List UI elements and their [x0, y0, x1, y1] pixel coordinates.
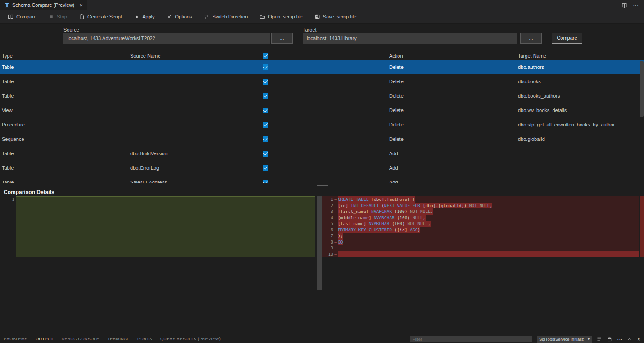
- column-header-target-name[interactable]: Target Name: [516, 53, 644, 59]
- cell-target-name: dbo.vw_books_details: [516, 108, 644, 113]
- deleted-line-sign: –: [333, 245, 338, 251]
- token-id: [last_name]: [338, 221, 369, 226]
- output-filter-input[interactable]: [410, 336, 532, 342]
- compare-button[interactable]: Compare: [552, 33, 582, 44]
- code-line: 3–[first_name] NVARCHAR (100) NOT NULL,: [322, 208, 639, 215]
- cell-action: Delete: [387, 122, 516, 127]
- token-kw: PRIMARY KEY CLUSTERED: [338, 227, 395, 232]
- table-row[interactable]: Tabledbo.ErrorLogAdd: [0, 161, 644, 175]
- switch-direction-button[interactable]: Switch Direction: [198, 10, 254, 23]
- panel-tab-terminal[interactable]: TERMINAL: [107, 335, 129, 343]
- diff-right-pane[interactable]: 1–CREATE TABLE [dbo].[authors] (2–[id] I…: [322, 196, 639, 335]
- clear-output-icon[interactable]: [596, 336, 602, 342]
- row-checkbox[interactable]: [263, 165, 268, 171]
- target-browse-button[interactable]: ...: [520, 33, 542, 44]
- generate-script-button[interactable]: Generate Script: [73, 10, 128, 23]
- more-actions-icon[interactable]: ⋯: [633, 2, 639, 9]
- save-file-icon: [314, 14, 320, 20]
- code-line: 7–);: [322, 233, 639, 239]
- close-panel-icon[interactable]: ×: [637, 337, 640, 342]
- deleted-chars: [last_name] NVARCHAR (100) NOT NULL,: [338, 221, 431, 227]
- tab-schema-compare[interactable]: Schema Compare (Preview) ×: [0, 0, 87, 10]
- save-scmp-button[interactable]: Save .scmp file: [308, 10, 363, 23]
- diff-overview-ruler[interactable]: [639, 196, 644, 335]
- token-dim: NULL,: [413, 215, 426, 220]
- row-checkbox[interactable]: [263, 64, 268, 70]
- cell-action: Delete: [387, 108, 516, 113]
- compare-icon: [8, 14, 14, 20]
- toolbar-label: Save .scmp file: [323, 14, 357, 19]
- panel-tab-ports[interactable]: PORTS: [137, 335, 152, 343]
- deleted-line-sign: –: [333, 233, 338, 239]
- token-num: 100: [399, 215, 407, 220]
- results-scrollbar[interactable]: [640, 61, 644, 117]
- panel-more-actions-icon[interactable]: ⋯: [617, 337, 622, 342]
- line-number: 10: [322, 251, 333, 257]
- lock-icon[interactable]: [607, 336, 612, 342]
- row-checkbox[interactable]: [263, 151, 268, 157]
- apply-button[interactable]: Apply: [128, 10, 161, 23]
- source-browse-button[interactable]: ...: [271, 33, 293, 44]
- table-row[interactable]: SequenceDeletedbo.globalId: [0, 132, 644, 146]
- token-punc: ): [407, 215, 412, 220]
- deleted-chars: [id] INT DEFAULT (NEXT VALUE FOR [dbo].[…: [338, 203, 492, 209]
- cell-include: [259, 180, 272, 184]
- cell-source-name: dbo.BuildVersion: [128, 151, 259, 156]
- select-all-checkbox[interactable]: [263, 53, 268, 59]
- maximize-panel-icon[interactable]: [627, 336, 633, 342]
- deleted-line-sign: –: [333, 221, 338, 227]
- line-content: GO: [338, 239, 639, 245]
- table-row[interactable]: TableDeletedbo.authors: [0, 60, 644, 74]
- panel-tab-output[interactable]: OUTPUT: [36, 335, 53, 343]
- overview-delete-marker: [640, 196, 644, 257]
- open-scmp-button[interactable]: Open .scmp file: [254, 10, 308, 23]
- column-header-type[interactable]: Type: [0, 53, 128, 59]
- deleted-chars: GO: [338, 239, 343, 245]
- panel-tab-problems[interactable]: PROBLEMS: [4, 335, 27, 343]
- open-file-icon: [259, 14, 265, 20]
- row-checkbox[interactable]: [263, 93, 268, 99]
- table-row[interactable]: Tabledbo.BuildVersionAdd: [0, 146, 644, 161]
- close-icon[interactable]: ×: [79, 2, 83, 8]
- deleted-line-sign: –: [333, 239, 338, 245]
- row-checkbox[interactable]: [263, 136, 268, 142]
- cell-type: Table: [0, 93, 128, 99]
- panel-tab-query-results-preview[interactable]: QUERY RESULTS (PREVIEW): [160, 335, 221, 343]
- deleted-chars: CREATE TABLE [dbo].[authors] (: [338, 196, 415, 203]
- line-number: 5: [322, 221, 333, 227]
- panel-splitter[interactable]: [0, 183, 644, 188]
- table-row[interactable]: ViewDeletedbo.vw_books_details: [0, 103, 644, 117]
- splitter-grip-icon[interactable]: [317, 185, 328, 186]
- column-header-action[interactable]: Action: [387, 53, 516, 59]
- source-input[interactable]: [63, 33, 270, 44]
- deleted-line-sign: –: [333, 208, 338, 215]
- cell-target-name: dbo.authors: [516, 64, 644, 70]
- table-row[interactable]: TableDeletedbo.books_authors: [0, 89, 644, 103]
- token-kw: NVARCHAR: [369, 221, 392, 226]
- table-row[interactable]: ProcedureDeletedbo.stp_get_all_cowritten…: [0, 117, 644, 132]
- cell-source-name: SalesLT.Address: [128, 180, 259, 183]
- table-row[interactable]: TableDeletedbo.books: [0, 74, 644, 89]
- options-button[interactable]: Options: [160, 10, 198, 23]
- row-checkbox[interactable]: [263, 79, 268, 85]
- line-number: 4: [322, 215, 333, 221]
- row-checkbox[interactable]: [263, 180, 268, 184]
- target-input[interactable]: [303, 33, 517, 44]
- insert-block: [16, 196, 315, 257]
- column-header-source-name[interactable]: Source Name: [128, 53, 259, 59]
- panel-actions: SqlToolsService Initializ ▾ ⋯ ×: [410, 336, 640, 343]
- row-checkbox[interactable]: [263, 108, 268, 113]
- split-editor-icon[interactable]: [621, 2, 627, 8]
- output-channel-select[interactable]: SqlToolsService Initializ ▾: [537, 336, 592, 343]
- token-id: [dbo].[globalId]: [423, 203, 464, 208]
- cell-include: [259, 165, 272, 171]
- stop-icon: [48, 14, 54, 20]
- row-checkbox[interactable]: [263, 122, 268, 128]
- panel-tab-debug-console[interactable]: DEBUG CONSOLE: [62, 335, 100, 343]
- diff-left-scrollbar-thumb[interactable]: [317, 196, 322, 290]
- line-content: PRIMARY KEY CLUSTERED ([id] ASC): [338, 227, 639, 233]
- code-line: 1–CREATE TABLE [dbo].[authors] (: [322, 196, 639, 203]
- compare-button[interactable]: Compare: [2, 10, 42, 23]
- table-row[interactable]: TableSalesLT.AddressAdd: [0, 175, 644, 183]
- diff-left-pane[interactable]: 1: [4, 196, 317, 335]
